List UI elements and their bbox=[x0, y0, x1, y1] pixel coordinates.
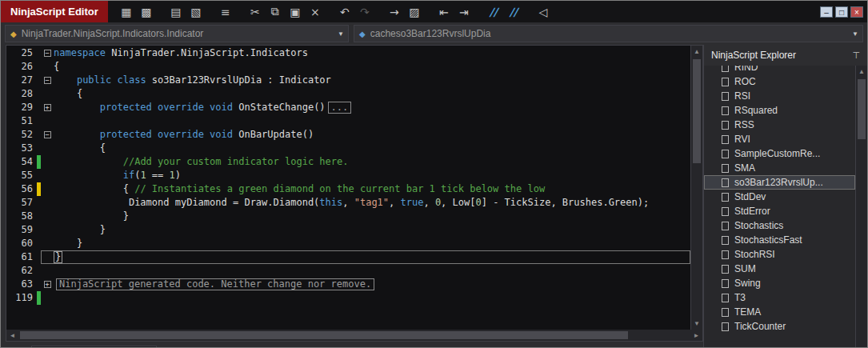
code-line[interactable]: 119 bbox=[6, 291, 690, 305]
member-selector-dropdown[interactable]: ◆ cacheso3Bar123RvrslUpDia ▼ bbox=[354, 25, 863, 42]
fold-toggle[interactable]: + bbox=[44, 104, 51, 111]
line-number: 29 bbox=[6, 101, 37, 114]
explorer-item[interactable]: SUM bbox=[704, 262, 855, 276]
paste-icon[interactable]: ▣ bbox=[288, 6, 302, 18]
explorer-item[interactable]: StochasticsFast bbox=[704, 233, 855, 247]
explorer-item[interactable]: SMA bbox=[704, 161, 855, 175]
redo-icon[interactable]: ↷ bbox=[358, 6, 372, 18]
print-icon[interactable]: ▤ bbox=[169, 6, 183, 18]
line-number: 27 bbox=[6, 74, 37, 87]
decrease-indent-icon[interactable]: ⇤ bbox=[437, 6, 451, 18]
scroll-right-arrow-icon[interactable]: ► bbox=[690, 330, 702, 341]
close-button[interactable]: × bbox=[850, 6, 863, 18]
fold-margin: + bbox=[41, 104, 54, 111]
code-line[interactable]: 27− public class so3Bar123RvrslUpDia : I… bbox=[6, 74, 690, 87]
explorer-item[interactable]: StdDev bbox=[704, 190, 855, 204]
editor-vertical-scrollbar[interactable]: ▲ ▼ bbox=[690, 46, 702, 330]
explorer-item[interactable]: RSI bbox=[704, 89, 855, 103]
explorer-item-label: StdDev bbox=[734, 191, 766, 202]
code-line[interactable]: 51 bbox=[6, 114, 690, 128]
horizontal-scroll-thumb[interactable] bbox=[20, 331, 628, 339]
code-line[interactable]: 26{ bbox=[6, 60, 690, 74]
code-line[interactable]: 52− protected override void OnBarUpdate(… bbox=[6, 128, 690, 142]
explorer-list: RINDROCRSIRSquaredRSSRVISampleCustomRe..… bbox=[704, 66, 855, 348]
explorer-item[interactable]: T3 bbox=[704, 290, 855, 305]
explorer-item[interactable]: so3Bar123RvrslUp... bbox=[704, 175, 855, 190]
scroll-down-arrow-icon[interactable]: ▼ bbox=[691, 318, 702, 330]
explorer-item[interactable]: TickCounter bbox=[704, 319, 855, 334]
code-line[interactable]: 57 Diamond myDiamond = Draw.Diamond(this… bbox=[6, 196, 690, 210]
code-text: } bbox=[54, 237, 82, 250]
code-line[interactable]: 56 { // Instantiates a green diamond on … bbox=[6, 182, 690, 196]
scroll-up-arrow-icon[interactable]: ▲ bbox=[691, 46, 702, 58]
code-line[interactable]: 63+NinjaScript generated code. Neither c… bbox=[6, 278, 690, 291]
minimize-button[interactable]: – bbox=[820, 6, 833, 18]
fold-toggle[interactable]: − bbox=[44, 50, 51, 57]
code-line[interactable]: 54 //Add your custom indicator logic her… bbox=[6, 155, 690, 169]
code-line[interactable]: 25−namespace NinjaTrader.NinjaScript.Ind… bbox=[6, 46, 690, 60]
chevron-down-icon[interactable]: ▼ bbox=[334, 30, 348, 38]
line-number: 59 bbox=[6, 223, 37, 237]
code-token: OnBarUpdate() bbox=[233, 129, 314, 140]
scroll-left-arrow-icon[interactable]: ◄ bbox=[6, 330, 18, 341]
code-token: class bbox=[118, 74, 146, 86]
undo-icon[interactable]: ↶ bbox=[338, 6, 352, 18]
editor-horizontal-scrollbar[interactable]: ◄ ► bbox=[6, 330, 703, 342]
copy-icon[interactable]: ⧉ bbox=[268, 5, 282, 18]
explorer-item[interactable]: TEMA bbox=[704, 305, 855, 319]
fold-toggle[interactable]: − bbox=[44, 77, 51, 84]
comment-selection-icon[interactable]: // bbox=[486, 6, 501, 18]
explorer-item[interactable]: ROC bbox=[704, 74, 855, 89]
vertical-scroll-thumb[interactable] bbox=[693, 59, 701, 163]
print-preview-icon[interactable]: ▧ bbox=[189, 6, 203, 18]
explorer-item[interactable]: Stochastics bbox=[704, 218, 855, 233]
code-editor[interactable]: 25−namespace NinjaTrader.NinjaScript.Ind… bbox=[6, 46, 690, 330]
code-line[interactable]: 60 } bbox=[6, 237, 690, 250]
chevron-down-icon[interactable]: ▼ bbox=[848, 30, 862, 38]
code-line[interactable]: 55 if(1 == 1) bbox=[6, 169, 690, 182]
fold-toggle[interactable]: − bbox=[44, 131, 51, 138]
code-line[interactable]: 28 { bbox=[6, 87, 690, 101]
save-as-icon[interactable]: ▩ bbox=[139, 6, 154, 18]
type-selector-dropdown[interactable]: ◆ NinjaTrader.NinjaScript.Indicators.Ind… bbox=[5, 25, 349, 42]
explorer-item[interactable]: SampleCustomRe... bbox=[704, 146, 855, 161]
fold-toggle[interactable]: + bbox=[44, 281, 51, 288]
code-line[interactable]: 53 { bbox=[6, 142, 690, 155]
code-snippets-icon[interactable]: ≡ bbox=[218, 6, 233, 18]
code-token bbox=[54, 74, 77, 86]
code-line[interactable]: 58 } bbox=[6, 210, 690, 223]
compile-page-icon[interactable]: ▨ bbox=[407, 6, 422, 18]
document-icon bbox=[722, 178, 729, 187]
line-body: { // Instantiates a green diamond on the… bbox=[41, 182, 690, 196]
cut-icon[interactable]: ✂ bbox=[248, 6, 262, 18]
compile-icon[interactable]: ◁ bbox=[536, 6, 550, 18]
code-line[interactable]: 61} bbox=[6, 250, 690, 264]
remove-icon[interactable]: × bbox=[308, 6, 322, 18]
line-body: } bbox=[41, 223, 690, 237]
pin-icon[interactable]: ⊤ bbox=[852, 50, 860, 61]
explorer-item[interactable]: RVI bbox=[704, 132, 855, 146]
line-body: { bbox=[41, 60, 690, 74]
save-icon[interactable]: ▦ bbox=[119, 6, 134, 18]
uncomment-selection-icon[interactable]: // bbox=[506, 6, 521, 18]
explorer-scrollbar[interactable]: ▲ ▼ bbox=[855, 66, 867, 348]
explorer-item[interactable]: StochRSI bbox=[704, 247, 855, 262]
explorer-item[interactable]: RIND bbox=[704, 66, 855, 74]
explorer-item[interactable]: RSS bbox=[704, 118, 855, 132]
maximize-button[interactable]: □ bbox=[835, 6, 848, 18]
fold-margin: + bbox=[41, 281, 54, 288]
scroll-up-arrow-icon[interactable]: ▲ bbox=[856, 66, 867, 78]
explorer-scroll-thumb[interactable] bbox=[858, 79, 866, 139]
code-token: } bbox=[54, 251, 62, 263]
explorer-item[interactable]: Swing bbox=[704, 276, 855, 290]
line-body bbox=[41, 264, 690, 278]
goto-line-icon[interactable]: → bbox=[387, 6, 402, 18]
code-line[interactable]: 59 } bbox=[6, 223, 690, 237]
explorer-item-label: RIND bbox=[734, 66, 758, 73]
line-number: 56 bbox=[6, 182, 37, 196]
code-line[interactable]: 62 bbox=[6, 264, 690, 278]
code-line[interactable]: 29+ protected override void OnStateChang… bbox=[6, 101, 690, 114]
explorer-item[interactable]: StdError bbox=[704, 204, 855, 218]
format-document-icon[interactable]: ⇥ bbox=[457, 6, 471, 18]
explorer-item[interactable]: RSquared bbox=[704, 103, 855, 118]
